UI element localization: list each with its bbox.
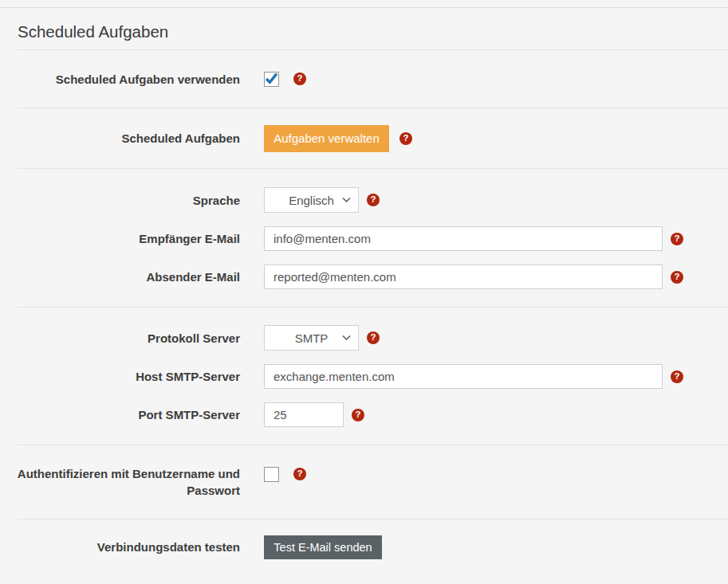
sender-email-row: Absender E-Mail ?	[0, 265, 728, 289]
test-email-button[interactable]: Test E-Mail senden	[264, 535, 382, 559]
smtp-port-label: Port SMTP-Server	[0, 406, 240, 423]
recipient-email-row: Empfänger E-Mail ?	[0, 226, 728, 251]
help-icon[interactable]: ?	[671, 233, 683, 245]
help-icon[interactable]: ?	[399, 132, 412, 145]
recipient-email-input[interactable]	[264, 226, 663, 251]
page-header: Scheduled Aufgaben	[0, 8, 728, 49]
sender-email-control: ?	[264, 265, 683, 289]
smtp-host-row: Host SMTP-Server ?	[0, 364, 728, 389]
language-select-value: Englisch	[289, 194, 334, 207]
chevron-down-icon	[342, 198, 351, 203]
language-label: Sprache	[0, 192, 240, 209]
help-icon[interactable]: ?	[367, 194, 380, 206]
help-icon[interactable]: ?	[293, 73, 306, 85]
recipient-email-control: ?	[264, 226, 683, 251]
sender-email-label: Absender E-Mail	[0, 268, 240, 285]
authenticate-checkbox[interactable]	[264, 467, 279, 482]
recipient-email-label: Empfänger E-Mail	[0, 230, 240, 247]
smtp-port-control: ?	[264, 402, 364, 427]
test-connection-control: Test E-Mail senden	[264, 535, 382, 559]
help-icon[interactable]: ?	[671, 271, 683, 284]
authenticate-row: Authentifizieren mit Benutzername und Pa…	[0, 445, 728, 519]
help-icon[interactable]: ?	[367, 331, 380, 344]
mail-settings-group: Sprache Englisch ? Empfänger E-Mail ? Ab…	[0, 169, 728, 307]
language-control: Englisch ?	[264, 187, 380, 213]
page-title: Scheduled Aufgaben	[18, 24, 728, 40]
smtp-port-row: Port SMTP-Server ?	[0, 402, 728, 427]
protocol-control: SMTP ?	[264, 325, 380, 351]
help-icon[interactable]: ?	[352, 409, 364, 421]
manage-tasks-control: Aufgaben verwalten ?	[264, 125, 412, 152]
protocol-select-value: SMTP	[295, 331, 329, 345]
smtp-host-label: Host SMTP-Server	[0, 368, 240, 385]
authenticate-control: ?	[264, 465, 306, 482]
checkmark-icon	[265, 73, 278, 85]
protocol-row: Protokoll Server SMTP ?	[0, 325, 728, 351]
protocol-label: Protokoll Server	[0, 330, 240, 347]
test-connection-label: Verbindungsdaten testen	[0, 539, 240, 555]
protocol-select[interactable]: SMTP	[264, 325, 359, 351]
chevron-down-icon	[342, 335, 351, 341]
use-scheduled-control: ?	[264, 72, 306, 87]
help-icon[interactable]: ?	[293, 468, 306, 480]
smtp-host-control: ?	[264, 364, 683, 389]
language-row: Sprache Englisch ?	[0, 187, 728, 213]
smtp-host-input[interactable]	[264, 364, 663, 389]
use-scheduled-label: Scheduled Aufgaben verwenden	[0, 71, 240, 88]
manage-tasks-row: Scheduled Aufgaben Aufgaben verwalten ?	[0, 108, 728, 168]
help-icon[interactable]: ?	[671, 370, 683, 383]
authenticate-label: Authentifizieren mit Benutzername und Pa…	[0, 465, 240, 499]
smtp-port-input[interactable]	[264, 402, 344, 427]
use-scheduled-row: Scheduled Aufgaben verwenden ?	[0, 50, 728, 108]
sender-email-input[interactable]	[264, 265, 663, 289]
language-select[interactable]: Englisch	[264, 187, 359, 213]
use-scheduled-checkbox[interactable]	[264, 72, 279, 87]
server-settings-group: Protokoll Server SMTP ? Host SMTP-Server…	[0, 308, 728, 445]
test-connection-row: Verbindungsdaten testen Test E-Mail send…	[0, 519, 728, 574]
manage-tasks-button[interactable]: Aufgaben verwalten	[264, 125, 389, 152]
manage-tasks-label: Scheduled Aufgaben	[0, 130, 240, 147]
